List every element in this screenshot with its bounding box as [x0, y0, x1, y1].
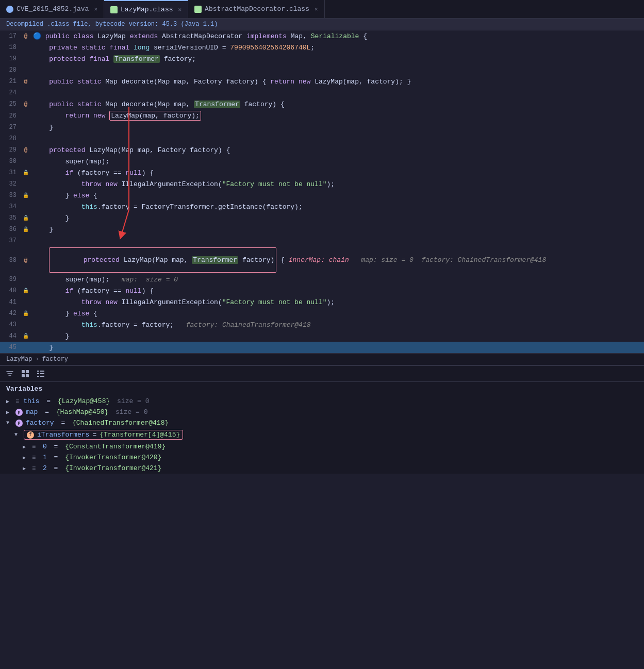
- box-outline-lazymap: LazyMap(map, factory);: [109, 111, 201, 121]
- var-map[interactable]: ▶ p map = {HashMap@450} size = 0: [4, 407, 640, 417]
- var-item-0[interactable]: ▶ ≡ 0 = {ConstantTransformer@419}: [21, 441, 640, 452]
- code-line-21: 21 @ public static Map decorate(Map map,…: [0, 76, 644, 87]
- expand-item-1[interactable]: ▶: [23, 455, 29, 461]
- var-map-name: map: [26, 408, 38, 416]
- code-line-45: 45 }: [0, 342, 644, 353]
- gutter-21: @: [21, 76, 31, 87]
- line-content-38: protected LazyMap(Map map, Transformer f…: [31, 246, 644, 274]
- svg-rect-4: [37, 371, 39, 372]
- expand-map[interactable]: ▶: [6, 409, 12, 415]
- line43-hint: factory: ChainedTransformer@418: [178, 321, 310, 329]
- line-content-33: } else {: [31, 190, 644, 201]
- code-line-18: 18 private static final long serialVersi…: [0, 42, 644, 53]
- tab-abstractmap-label: AbstractMapDecorator.class: [205, 5, 309, 13]
- svg-rect-5: [40, 371, 44, 372]
- line-num-28: 28: [0, 133, 21, 144]
- svg-rect-0: [22, 370, 25, 373]
- expand-item-2[interactable]: ▶: [23, 465, 29, 472]
- class-file-icon-2: [194, 6, 202, 13]
- badge-map: p: [15, 409, 23, 416]
- tab-abstractmap[interactable]: AbstractMapDecorator.class ✕: [188, 0, 324, 18]
- svg-rect-8: [37, 376, 39, 377]
- code-line-40: 40 🔒 if (factory == null) {: [0, 285, 644, 296]
- code-line-31: 31 🔒 if (factory == null) {: [0, 167, 644, 178]
- code-line-38: 38 @ protected LazyMap(Map map, Transfor…: [0, 246, 644, 274]
- code-line-32: 32 throw new IllegalArgumentException("F…: [0, 178, 644, 190]
- line-num-45: 45: [0, 342, 21, 353]
- var-itransformers-eq: =: [92, 431, 96, 439]
- gutter-19: [21, 53, 31, 64]
- line-content-24: [31, 87, 644, 98]
- line-content-41: throw new IllegalArgumentException("Fact…: [31, 296, 644, 308]
- tab-cve[interactable]: CVE_2015_4852.java ✕: [0, 0, 104, 18]
- tab-abstractmap-close[interactable]: ✕: [315, 6, 318, 12]
- expand-item-0[interactable]: ▶: [23, 444, 29, 450]
- expand-itransformers[interactable]: ▼: [14, 432, 21, 438]
- var-factory-eq: =: [57, 419, 69, 427]
- code-line-39: 39 super(map); map: size = 0: [0, 274, 644, 285]
- expand-this[interactable]: ▶: [6, 398, 12, 405]
- tab-lazymap-close[interactable]: ✕: [178, 6, 181, 13]
- code-line-26: 26 return new LazyMap(map, factory);: [0, 110, 644, 122]
- gutter-33: 🔒: [21, 190, 31, 201]
- gutter-29: @: [21, 144, 31, 156]
- line-num-18: 18: [0, 42, 21, 53]
- var-item-2-value: {InvokerTransformer@421}: [65, 464, 161, 472]
- gutter-30: [21, 156, 31, 167]
- list-icon-0: ≡: [32, 443, 36, 450]
- line-content-35: }: [31, 212, 644, 224]
- var-item-2-eq: =: [50, 464, 62, 472]
- list-button[interactable]: [35, 368, 46, 379]
- line-content-42: } else {: [31, 308, 644, 319]
- line-content-30: super(map);: [31, 156, 644, 167]
- line-num-44: 44: [0, 330, 21, 342]
- line-num-25: 25: [0, 98, 21, 110]
- line-num-38: 38: [0, 246, 21, 274]
- tab-lazymap[interactable]: LazyMap.class ✕: [104, 0, 188, 18]
- breadcrumb-separator: ›: [35, 356, 39, 363]
- gutter-18: [21, 42, 31, 53]
- tab-cve-close[interactable]: ✕: [94, 6, 97, 12]
- var-item-1[interactable]: ▶ ≡ 1 = {InvokerTransformer@420}: [21, 452, 640, 463]
- svg-rect-6: [37, 373, 39, 374]
- code-line-44: 44 🔒 }: [0, 330, 644, 342]
- var-this[interactable]: ▶ ≡ this = {LazyMap@458} size = 0: [4, 396, 640, 407]
- gutter-25: @: [21, 98, 31, 110]
- line-content-20: [31, 64, 644, 76]
- line-num-43: 43: [0, 319, 21, 330]
- svg-rect-9: [40, 376, 44, 377]
- filter-button[interactable]: [4, 368, 15, 379]
- var-factory[interactable]: ▼ p factory = {ChainedTransformer@418}: [4, 417, 640, 428]
- line-content-28: [31, 133, 644, 144]
- line-num-27: 27: [0, 122, 21, 133]
- badge-factory: p: [15, 420, 23, 427]
- var-itransformers[interactable]: ▼ f iTransformers = {Transformer[4]@415}: [12, 428, 640, 441]
- var-item-2[interactable]: ▶ ≡ 2 = {InvokerTransformer@421}: [21, 463, 640, 474]
- var-item-0-name: 0: [39, 443, 47, 450]
- layout-button[interactable]: [20, 368, 31, 379]
- gutter-42: 🔒: [21, 308, 31, 319]
- var-item-1-value: {InvokerTransformer@420}: [65, 454, 161, 461]
- line-num-32: 32: [0, 178, 21, 190]
- var-factory-name: factory: [26, 419, 54, 427]
- code-line-42: 42 🔒 } else {: [0, 308, 644, 319]
- breadcrumb-factory[interactable]: factory: [42, 356, 68, 363]
- line-content-44: }: [31, 330, 644, 342]
- var-this-value: {LazyMap@458}: [58, 397, 114, 405]
- svg-rect-3: [26, 374, 29, 377]
- breadcrumb-lazymap[interactable]: LazyMap: [6, 356, 32, 363]
- var-map-value: {HashMap@450}: [56, 408, 112, 416]
- expand-factory[interactable]: ▼: [6, 420, 12, 426]
- code-line-27: 27 }: [0, 122, 644, 133]
- line-content-31: if (factory == null) {: [31, 167, 644, 178]
- class-file-icon: [110, 6, 118, 13]
- gutter-38: @: [21, 246, 31, 274]
- svg-rect-7: [40, 373, 44, 374]
- variables-header: Variables: [0, 382, 644, 396]
- var-item-2-name: 2: [39, 464, 47, 472]
- breadcrumb-bar: LazyMap › factory: [0, 353, 644, 365]
- code-line-41: 41 throw new IllegalArgumentException("F…: [0, 296, 644, 308]
- line-content-18: private static final long serialVersionU…: [31, 42, 644, 53]
- gutter-26: [21, 110, 31, 122]
- line-content-29: protected LazyMap(Map map, Factory facto…: [31, 144, 644, 156]
